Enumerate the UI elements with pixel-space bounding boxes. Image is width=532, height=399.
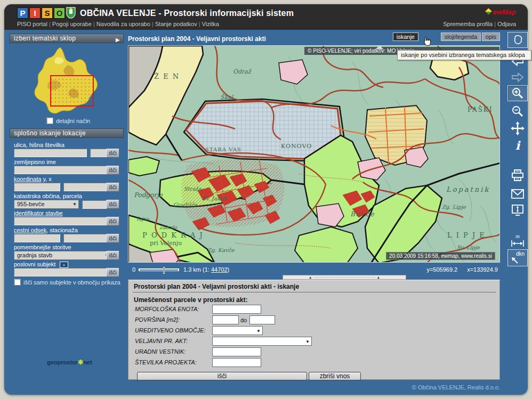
business-input[interactable] — [14, 268, 111, 276]
cadastre-select[interactable]: 955-bevče — [14, 200, 79, 209]
scale-slider-handle[interactable] — [163, 267, 165, 274]
info-icon: i — [515, 139, 520, 152]
menu-odjava[interactable]: Odjava — [497, 21, 516, 27]
povrsina-to-input[interactable] — [249, 315, 275, 324]
map-place-label: Škal — [220, 93, 234, 101]
road-section-input[interactable] — [14, 234, 60, 242]
measure-button[interactable]: m — [507, 233, 528, 249]
zoom-out-button[interactable] — [507, 103, 528, 119]
morfoloska-enota-input[interactable] — [212, 305, 261, 314]
measure-unit-label: m — [511, 234, 525, 239]
coordinate-y-input[interactable] — [14, 183, 60, 191]
menu-vizitka[interactable]: Vizitka — [202, 21, 219, 27]
scale-ratio-link[interactable]: 44702 — [211, 266, 228, 273]
menu-piso-portal[interactable]: PISO portal — [17, 21, 47, 27]
zoom-in-button[interactable] — [507, 85, 528, 101]
coordinate-link[interactable]: koordinata — [14, 176, 41, 182]
chainage-input[interactable] — [63, 234, 107, 242]
building-id-link[interactable]: identifikator stavbe — [14, 210, 63, 216]
panel-search-button[interactable]: išči — [137, 372, 307, 380]
street-input[interactable] — [14, 149, 87, 157]
overview-extent-rectangle[interactable] — [51, 76, 93, 106]
business-extent-label: išči samo subjekte v območju prikaza — [23, 279, 120, 286]
map-place-label: pri Velenju — [150, 240, 182, 247]
field-road-section: cestni odsek, stacionaža išči — [10, 227, 124, 233]
geoname-input[interactable] — [14, 166, 111, 174]
tab-opis[interactable]: opis — [482, 32, 500, 41]
road-search-button[interactable]: išči — [106, 234, 119, 243]
detail-mode-checkbox[interactable] — [46, 117, 53, 124]
map-titlebar: Prostorski plan 2004 - Veljavni prostors… — [128, 34, 500, 43]
pan-button[interactable] — [507, 120, 528, 136]
map-place-label: Sv. Lipje — [457, 245, 480, 251]
map-place-label: STARA VAS — [205, 146, 241, 152]
business-locate-icon[interactable]: ▪ — [60, 262, 68, 268]
dkn-label: dkn — [516, 251, 525, 257]
overview-map[interactable] — [10, 45, 124, 119]
ewmap-diamond-icon — [484, 7, 493, 16]
map-timestamp: 20.03.2009 15:16:58, ewmap, www.realis.s… — [386, 252, 495, 260]
email-button[interactable] — [507, 186, 528, 202]
coordinate-search-button[interactable]: išči — [106, 183, 119, 192]
stevilka-projekta-input[interactable] — [212, 358, 261, 367]
menu-pogoji-uporabe[interactable]: Pogoji uporabe — [52, 21, 92, 27]
field-cadastre: katastrska občina, parcela 955-bevče išč… — [10, 193, 124, 199]
full-extent-button[interactable] — [507, 32, 528, 48]
coordinate-x-input[interactable] — [63, 183, 107, 191]
sidebar: izberi tematski sklop ▶ detajlni način s… — [10, 34, 124, 43]
map-canvas[interactable]: Ž E NOdražŠkalPAŠKIPodgorjeStražaSv. Jak… — [128, 45, 500, 263]
cursor-coordinates: y=505969.2x=133924.9 — [417, 266, 498, 273]
business-search-button[interactable]: išči — [106, 268, 119, 277]
povrsina-do-label: do — [240, 317, 247, 323]
print-button[interactable] — [507, 167, 528, 183]
tab-iskanje[interactable]: iskanje — [393, 32, 418, 41]
main-menu: PISO portalPogoji uporabeNavodila za upo… — [17, 21, 219, 27]
veljavni-akt-select[interactable] — [212, 337, 312, 346]
dkn-button[interactable]: dkn — [507, 249, 528, 266]
building-id-search-button[interactable]: išči — [106, 217, 119, 226]
business-extent-row: išči samo subjekte v območju prikaza — [14, 279, 120, 286]
field-geoname: zemljepisno ime išči — [10, 159, 124, 165]
map-place-label: Odraž — [233, 68, 252, 75]
povrsina-from-input[interactable] — [212, 315, 239, 324]
forward-button[interactable] — [507, 69, 528, 85]
map-graphic: Ž E NOdražŠkalPAŠKIPodgorjeStražaSv. Jak… — [128, 46, 500, 263]
field-coordinate: koordinata y, x išči — [10, 176, 124, 182]
piso-logo[interactable]: P I S O — [17, 7, 65, 19]
info-button[interactable]: i — [507, 137, 528, 153]
panel-splitter-handle[interactable]: ▲ ······································… — [283, 275, 406, 280]
fit-screen-button[interactable] — [507, 202, 528, 218]
street-search-button[interactable]: išči — [106, 149, 119, 158]
map-place-label: PAŠKI — [467, 105, 493, 113]
scale-label: 1.3 km (1: 44702) — [183, 266, 229, 273]
tooltip: iskanje po vsebini izbranega tematskega … — [397, 50, 531, 60]
map-place-label: Bevče — [350, 210, 375, 218]
app-window: P I S O OBČINA VELENJE - Prostorski info… — [4, 4, 528, 395]
building-id-input[interactable] — [14, 217, 111, 225]
coordinate-y-value: y=505969.2 — [426, 266, 457, 273]
uradni-vestnik-input[interactable] — [212, 347, 261, 356]
business-extent-checkbox[interactable] — [14, 279, 21, 286]
menu-navodila[interactable]: Navodila za uporabo — [96, 21, 150, 27]
ureditveno-obmocje-select[interactable] — [212, 326, 263, 335]
piso-tile-s: S — [42, 7, 53, 19]
geoprostor-logo[interactable]: geoprostor✱net — [47, 359, 92, 366]
menu-stanje-podatkov[interactable]: Stanje podatkov — [155, 21, 197, 27]
field-street: ulica, hišna številka išči — [10, 142, 124, 148]
theme-selector-header[interactable]: izberi tematski sklop ▶ — [10, 34, 124, 43]
services-select[interactable]: gradnja stavb — [14, 251, 111, 260]
geoname-search-button[interactable]: išči — [106, 166, 119, 175]
menu-sprememba-profila[interactable]: Sprememba profila — [443, 21, 493, 27]
field-building-id: identifikator stavbe išči — [10, 210, 124, 216]
session-menu: Sprememba profilaOdjava — [443, 21, 516, 27]
piso-tile-i: I — [29, 7, 41, 19]
scale-slider[interactable] — [139, 268, 179, 271]
cadastre-search-button[interactable]: išči — [106, 200, 119, 209]
panel-clear-button[interactable]: zbriši vnos — [309, 372, 361, 380]
page-title: OBČINA VELENJE - Prostorski informacijsk… — [80, 9, 294, 18]
road-section-link[interactable]: cestni odsek — [14, 227, 46, 233]
tab-sloji-legenda[interactable]: sloji/legenda — [441, 32, 481, 41]
map-place-label: Zg. Kavče — [207, 247, 235, 254]
map-place-label: Zabrdo — [159, 225, 177, 230]
services-search-button[interactable]: išči — [106, 251, 119, 260]
